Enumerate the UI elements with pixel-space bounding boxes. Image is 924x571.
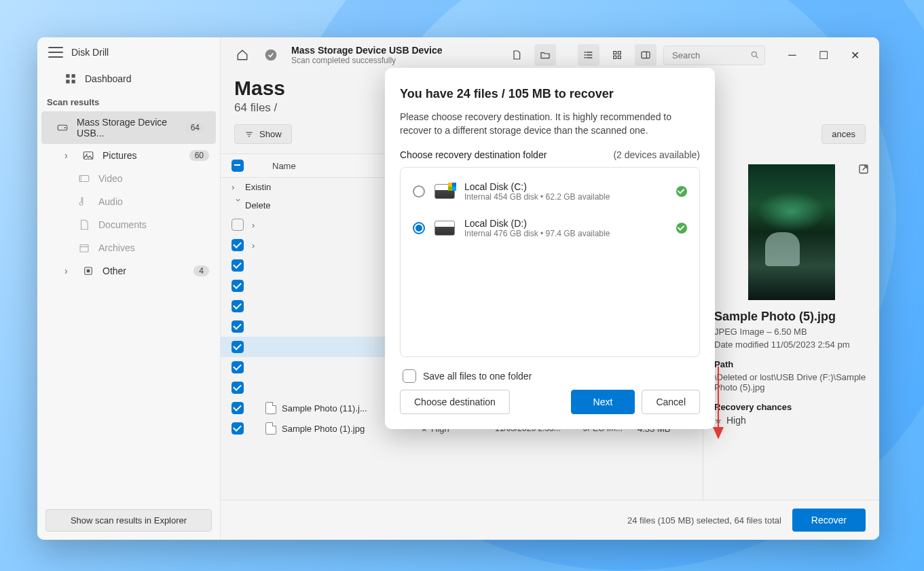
- save-one-checkbox[interactable]: [403, 369, 416, 383]
- sidebar-item-other[interactable]: › Other 4: [37, 259, 220, 282]
- maximize-button[interactable]: ☐: [810, 45, 837, 65]
- svg-point-27: [752, 52, 756, 56]
- svg-rect-25: [642, 52, 650, 58]
- svg-rect-10: [80, 245, 88, 253]
- preview-chances-label: Recovery chances: [714, 402, 868, 412]
- destination-disk[interactable]: Local Disk (C:)Internal 454 GB disk • 62…: [403, 173, 697, 210]
- sidebar-item-dashboard[interactable]: Dashboard: [37, 67, 220, 90]
- document-icon: [78, 219, 90, 231]
- disk-icon: [56, 122, 69, 134]
- group-deleted[interactable]: Delete: [245, 200, 271, 210]
- other-icon: [82, 265, 94, 277]
- preview-path-label: Path: [714, 359, 868, 369]
- disk-meta: Internal 476 GB disk • 97.4 GB available: [464, 229, 667, 238]
- sidebar-header: Disk Drill: [37, 37, 220, 67]
- sidebar-label: Documents: [98, 219, 147, 230]
- app-window: Disk Drill Dashboard Scan results Mass S…: [37, 37, 879, 540]
- count-badge: 64: [185, 122, 205, 133]
- next-button[interactable]: Next: [571, 390, 635, 414]
- count-badge: 4: [193, 265, 209, 276]
- minimize-button[interactable]: ─: [779, 45, 806, 65]
- close-button[interactable]: ✕: [841, 45, 868, 65]
- hamburger-icon[interactable]: [48, 47, 63, 58]
- search-icon: [750, 50, 760, 62]
- preview-filetype: JPEG Image – 6.50 MB: [714, 327, 868, 337]
- disk-name: Local Disk (D:): [464, 218, 667, 229]
- sidebar-item-documents[interactable]: Documents: [37, 213, 220, 236]
- save-all-one-folder[interactable]: Save all files to one folder: [403, 369, 697, 383]
- disk-radio[interactable]: [413, 185, 425, 198]
- footer-bar: 24 files (105 MB) selected, 64 files tot…: [221, 500, 879, 540]
- row-checkbox[interactable]: [232, 422, 244, 435]
- check-icon: [676, 186, 687, 197]
- device-name: Mass Storage Device USB Device: [291, 45, 443, 56]
- svg-line-28: [756, 56, 758, 58]
- grid-icon: [64, 73, 77, 85]
- popout-icon[interactable]: [857, 163, 870, 178]
- modal-buttons: Choose destination Next Cancel: [400, 390, 700, 414]
- chevron-right-icon[interactable]: ›: [64, 150, 73, 161]
- group-existing[interactable]: Existin: [245, 182, 271, 192]
- disk-meta: Internal 454 GB disk • 62.2 GB available: [464, 192, 667, 202]
- destination-list: Local Disk (C:)Internal 454 GB disk • 62…: [400, 167, 700, 357]
- selection-status: 24 files (105 MB) selected, 64 files tot…: [627, 515, 781, 526]
- sidebar-item-video[interactable]: Video: [37, 167, 220, 190]
- row-checkbox[interactable]: [232, 239, 244, 251]
- check-icon: [676, 223, 687, 234]
- archive-icon: [78, 242, 90, 254]
- recovery-destination-modal: You have 24 files / 105 MB to recover Pl…: [385, 68, 715, 429]
- svg-point-20: [585, 57, 586, 58]
- device-count: (2 devices available): [613, 149, 700, 160]
- row-checkbox[interactable]: [232, 280, 244, 292]
- svg-point-19: [585, 54, 586, 56]
- show-filter-button[interactable]: Show: [234, 124, 292, 144]
- sidebar-section-scan: Scan results: [37, 90, 220, 111]
- row-checkbox[interactable]: [232, 361, 244, 373]
- file-view-icon[interactable]: [506, 44, 528, 66]
- row-checkbox[interactable]: [232, 320, 244, 333]
- select-all-checkbox[interactable]: [232, 160, 244, 172]
- row-checkbox[interactable]: [232, 402, 244, 414]
- sidebar-item-audio[interactable]: Audio: [37, 190, 220, 213]
- cancel-button[interactable]: Cancel: [642, 390, 700, 414]
- chevron-down-icon[interactable]: ›: [234, 199, 244, 213]
- chances-filter-button[interactable]: ances: [821, 124, 866, 144]
- sidebar-label: Video: [98, 173, 123, 184]
- folder-view-icon[interactable]: [534, 44, 556, 66]
- grid-view-icon[interactable]: [606, 44, 628, 66]
- svg-rect-2: [66, 80, 69, 84]
- choose-destination-button[interactable]: Choose destination: [400, 390, 510, 414]
- sidebar-item-archives[interactable]: Archives: [37, 236, 220, 259]
- recover-button[interactable]: Recover: [792, 509, 866, 532]
- svg-rect-0: [66, 74, 69, 77]
- window-controls: ─ ☐ ✕: [779, 45, 868, 65]
- row-checkbox[interactable]: [232, 219, 244, 231]
- show-in-explorer-button[interactable]: Show scan results in Explorer: [45, 509, 212, 532]
- home-icon[interactable]: [232, 44, 253, 66]
- preview-date: Date modified 11/05/2023 2:54 pm: [714, 339, 868, 350]
- modal-description: Please choose recovery destination. It i…: [400, 111, 700, 137]
- preview-path-value: \Deleted or lost\USB Drive (F:)\Sample P…: [714, 372, 868, 392]
- svg-rect-13: [87, 270, 90, 273]
- sidebar-item-pictures[interactable]: › Pictures 60: [37, 144, 220, 167]
- destination-disk[interactable]: Local Disk (D:)Internal 476 GB disk • 97…: [403, 210, 697, 246]
- row-checkbox[interactable]: [232, 382, 244, 394]
- disk-radio[interactable]: [413, 222, 425, 234]
- chevron-right-icon[interactable]: ›: [252, 220, 265, 230]
- preview-panel: Sample Photo (5).jpg JPEG Image – 6.50 M…: [703, 153, 879, 500]
- file-icon: [265, 402, 276, 414]
- row-checkbox[interactable]: [232, 259, 244, 272]
- row-checkbox[interactable]: [232, 300, 244, 312]
- svg-rect-9: [79, 176, 81, 182]
- chances-label: ances: [832, 129, 855, 139]
- list-view-icon[interactable]: [578, 44, 599, 66]
- row-checkbox[interactable]: [232, 341, 244, 353]
- sidebar-item-device[interactable]: Mass Storage Device USB... 64: [41, 111, 216, 144]
- svg-rect-24: [618, 56, 621, 58]
- chevron-right-icon[interactable]: ›: [64, 265, 73, 276]
- video-icon: [78, 172, 90, 185]
- chevron-right-icon[interactable]: ›: [252, 240, 265, 251]
- chevron-right-icon[interactable]: ›: [232, 182, 245, 192]
- preview-panel-icon[interactable]: [635, 44, 657, 66]
- sidebar-label: Pictures: [103, 150, 137, 161]
